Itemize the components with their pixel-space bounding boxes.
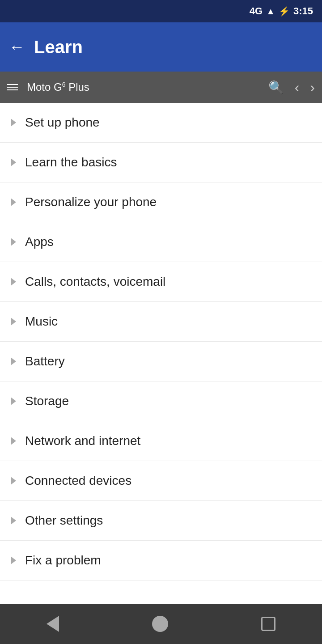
list-item[interactable]: Music xyxy=(0,302,322,342)
recent-square-icon xyxy=(261,617,275,631)
back-button[interactable]: ← xyxy=(9,38,25,56)
chevron-right-icon xyxy=(11,397,16,405)
list-item-label: Music xyxy=(25,314,58,329)
home-circle-icon xyxy=(152,616,168,632)
status-bar: 4G ▲ ⚡ 3:15 xyxy=(0,0,322,22)
app-title: Learn xyxy=(34,37,83,57)
list-item-label: Network and internet xyxy=(25,434,140,448)
list-item[interactable]: Network and internet xyxy=(0,421,322,461)
chevron-right-icon xyxy=(11,556,16,564)
hamburger-line-3 xyxy=(7,89,18,90)
chevron-right-icon xyxy=(11,119,16,127)
chevron-right-icon xyxy=(11,318,16,326)
list-item-label: Other settings xyxy=(25,513,103,528)
chevron-right-icon xyxy=(11,158,16,166)
search-button[interactable]: 🔍 xyxy=(268,80,284,95)
app-bar: ← Learn xyxy=(0,22,322,72)
chevron-right-icon xyxy=(11,477,16,485)
back-triangle-icon xyxy=(47,616,59,632)
content-list: Set up phoneLearn the basicsPersonalize … xyxy=(0,103,322,580)
list-item[interactable]: Connected devices xyxy=(0,461,322,501)
device-name: Moto G6 Plus xyxy=(27,81,263,93)
chevron-right-icon xyxy=(11,198,16,206)
list-item[interactable]: Battery xyxy=(0,342,322,381)
list-item-label: Set up phone xyxy=(25,115,100,130)
hamburger-line-1 xyxy=(7,84,18,85)
list-item[interactable]: Apps xyxy=(0,222,322,262)
toolbar-actions: 🔍 ‹ › xyxy=(268,79,315,96)
list-item-label: Connected devices xyxy=(25,474,131,488)
time-label: 3:15 xyxy=(293,5,313,17)
list-item-label: Personalize your phone xyxy=(25,195,157,209)
list-item-label: Learn the basics xyxy=(25,155,117,169)
prev-button[interactable]: ‹ xyxy=(295,79,300,96)
chevron-right-icon xyxy=(11,437,16,445)
chevron-right-icon xyxy=(11,517,16,525)
list-item-label: Calls, contacts, voicemail xyxy=(25,275,165,289)
signal-label: 4G xyxy=(250,5,263,17)
list-item-label: Fix a problem xyxy=(25,553,101,568)
list-item[interactable]: Learn the basics xyxy=(0,143,322,182)
list-item[interactable]: Personalize your phone xyxy=(0,182,322,222)
menu-button[interactable] xyxy=(7,84,18,90)
battery-icon: ⚡ xyxy=(279,6,290,17)
nav-home-button[interactable] xyxy=(152,616,168,632)
chevron-right-icon xyxy=(11,238,16,246)
list-item-label: Apps xyxy=(25,235,54,249)
list-item[interactable]: Storage xyxy=(0,381,322,421)
toolbar: Moto G6 Plus 🔍 ‹ › xyxy=(0,72,322,103)
nav-recent-button[interactable] xyxy=(261,617,275,631)
signal-icon: ▲ xyxy=(266,6,275,17)
list-item[interactable]: Other settings xyxy=(0,501,322,541)
list-item[interactable]: Set up phone xyxy=(0,103,322,143)
chevron-right-icon xyxy=(11,357,16,365)
next-button[interactable]: › xyxy=(310,79,315,96)
list-item[interactable]: Calls, contacts, voicemail xyxy=(0,262,322,302)
list-item-label: Battery xyxy=(25,354,65,369)
list-item[interactable]: Fix a problem xyxy=(0,541,322,580)
nav-back-button[interactable] xyxy=(47,616,59,632)
list-item-label: Storage xyxy=(25,394,69,408)
bottom-nav xyxy=(0,604,322,644)
hamburger-line-2 xyxy=(7,87,18,88)
chevron-right-icon xyxy=(11,278,16,286)
